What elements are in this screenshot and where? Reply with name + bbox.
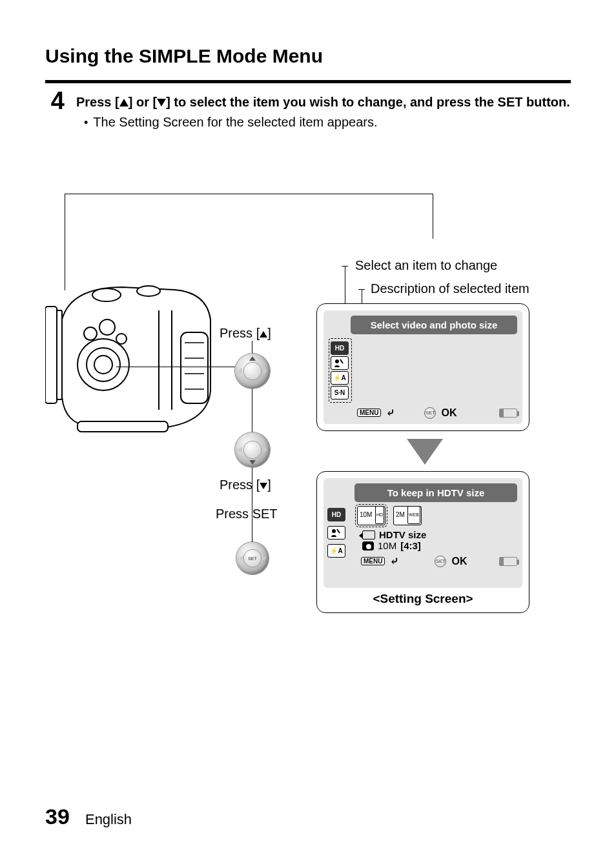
svg-point-6 xyxy=(94,356,112,374)
instr-post: ] to select the item you wish to change,… xyxy=(166,95,570,109)
step-instruction: Press [] or [] to select the item you wi… xyxy=(76,94,571,111)
screen1-bottom-row: MENU ⤶ SET OK xyxy=(357,407,517,419)
set-button-control: SET xyxy=(236,542,269,574)
press-set-label: Press SET xyxy=(216,507,278,521)
dpad-up-control xyxy=(235,354,270,389)
set-badge-icon: SET xyxy=(424,407,436,419)
step-bullet: • The Setting Screen for the selected it… xyxy=(76,115,571,131)
lead-line xyxy=(116,367,252,367)
camera-illustration xyxy=(45,281,220,449)
bullet-dot-icon: • xyxy=(84,115,88,131)
screen1-options: HD ⚡A S·N xyxy=(329,338,352,403)
svg-point-3 xyxy=(137,286,160,296)
dpad-down-control xyxy=(235,432,270,467)
tab-portrait-icon xyxy=(327,526,345,540)
lead-line xyxy=(252,521,252,542)
svg-rect-1 xyxy=(57,310,62,399)
svg-rect-11 xyxy=(77,421,168,432)
up-triangle-icon xyxy=(119,99,128,106)
battery-icon xyxy=(499,409,517,418)
aspect-text: [4:3] xyxy=(400,540,421,551)
set-badge-icon: SET xyxy=(435,556,446,567)
opt-hd-icon: HD xyxy=(331,341,349,355)
opt-sn-icon: S·N xyxy=(331,386,349,399)
lead-line xyxy=(433,194,433,239)
video-icon xyxy=(362,530,375,540)
lead-line xyxy=(65,194,433,194)
press-down-label: Press [] xyxy=(220,478,271,492)
menu-screen-2: To keep in HDTV size HD ⚡A 10M HD 2M xyxy=(316,471,529,613)
return-arrow-icon: ⤶ xyxy=(386,407,395,419)
up-triangle-icon xyxy=(260,331,267,338)
lead-tick xyxy=(342,266,348,267)
svg-rect-0 xyxy=(45,307,57,403)
instr-pre: Press [ xyxy=(76,95,119,109)
svg-point-7 xyxy=(84,327,97,340)
lead-line xyxy=(252,341,252,350)
page-title: Using the SIMPLE Mode Menu xyxy=(45,45,571,67)
hdtv-size-text: HDTV size xyxy=(379,529,426,540)
step-row: 4 Press [] or [] to select the item you … xyxy=(45,88,571,131)
ok-label: OK xyxy=(451,556,467,567)
svg-point-13 xyxy=(332,529,336,533)
screen2-banner: To keep in HDTV size xyxy=(354,483,517,502)
page-number: 39 xyxy=(45,804,70,829)
return-arrow-icon: ⤶ xyxy=(390,555,398,567)
tab-flash-icon: ⚡A xyxy=(327,544,345,558)
svg-point-9 xyxy=(116,334,127,344)
setting-screen-caption: <Setting Screen> xyxy=(323,592,522,606)
select-item-callout: Select an item to change xyxy=(355,258,497,273)
thumb-2m: 2M WEB xyxy=(393,506,422,525)
instr-mid: ] or [ xyxy=(128,95,157,109)
press-up-label: Press [] xyxy=(220,326,271,341)
res-text: 10M xyxy=(378,540,396,551)
thumb-10m: 10M HD xyxy=(357,506,385,525)
down-triangle-icon xyxy=(157,99,166,106)
screen1-banner: Select video and photo size xyxy=(351,316,517,334)
battery-icon xyxy=(499,557,517,566)
step-number: 4 xyxy=(45,88,65,113)
page-footer: 39 English xyxy=(45,804,132,829)
menu-badge-icon: MENU xyxy=(361,557,385,565)
down-arrow-icon xyxy=(407,439,443,465)
lead-line xyxy=(65,194,65,290)
tab-hd-icon: HD xyxy=(327,508,345,521)
menu-badge-icon: MENU xyxy=(357,409,381,417)
footer-language: English xyxy=(85,811,132,827)
svg-point-12 xyxy=(335,359,339,363)
diagram: Press [] Press [] Press SET SET Select a… xyxy=(45,194,571,645)
screen2-tabs: HD ⚡A xyxy=(327,507,345,559)
description-callout: Description of selected item xyxy=(371,281,529,296)
ok-label: OK xyxy=(441,407,457,419)
opt-portrait-icon xyxy=(331,356,349,370)
menu-screen-1: Select video and photo size HD ⚡A S·N ME… xyxy=(316,303,529,431)
lead-tick xyxy=(358,289,365,290)
down-triangle-icon xyxy=(260,483,267,489)
svg-point-8 xyxy=(99,319,115,335)
opt-flash-icon: ⚡A xyxy=(331,371,349,385)
bullet-text: The Setting Screen for the selected item… xyxy=(93,115,377,131)
svg-point-2 xyxy=(92,288,121,301)
camera-icon xyxy=(362,541,374,550)
title-rule xyxy=(45,80,571,83)
screen2-bottom-row: MENU ⤶ SET OK xyxy=(361,555,517,567)
screen2-info: HDTV size 10M [4:3] xyxy=(362,529,517,551)
